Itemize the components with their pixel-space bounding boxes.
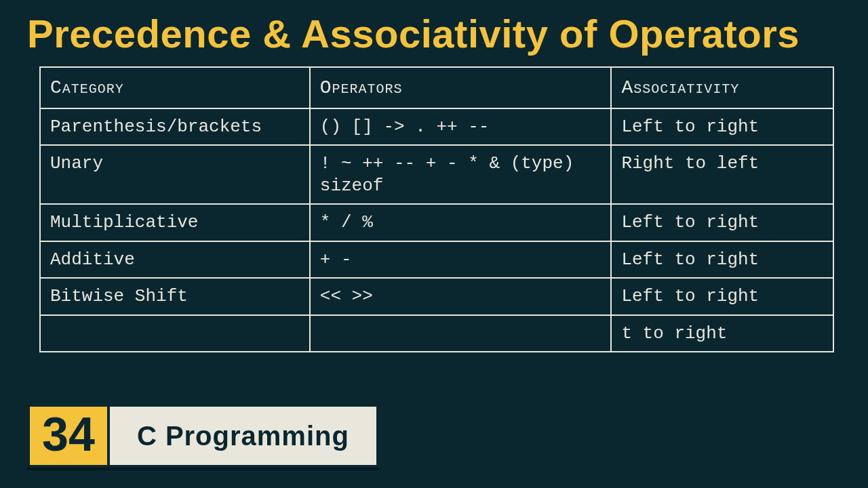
cell-operators <box>310 315 612 352</box>
cell-assoc: Left to right <box>611 204 833 241</box>
table-row: t to right <box>40 315 833 352</box>
lesson-label: C Programming <box>107 404 379 468</box>
cell-category <box>40 315 310 352</box>
cell-assoc: Left to right <box>611 278 833 315</box>
table-row: Bitwise Shift << >> Left to right <box>40 278 833 315</box>
page-title: Precedence & Associativity of Operators <box>0 0 868 61</box>
cell-category: Additive <box>40 241 310 279</box>
col-header-associativity: Associativity <box>611 67 833 108</box>
cell-assoc: Left to right <box>611 241 833 279</box>
lesson-number: 34 <box>27 404 107 468</box>
table-row: Unary ! ~ ++ -- + - * & (type) sizeof Ri… <box>40 145 833 204</box>
cell-operators: + - <box>310 241 612 279</box>
precedence-table: Category Operators Associativity Parenth… <box>39 66 834 353</box>
cell-operators: ! ~ ++ -- + - * & (type) sizeof <box>310 145 612 204</box>
lesson-badge: 34 C Programming <box>27 404 379 468</box>
cell-operators: () [] -> . ++ -- <box>310 108 612 146</box>
cell-operators: << >> <box>310 278 612 315</box>
col-header-operators: Operators <box>310 67 612 108</box>
cell-category: Multiplicative <box>40 204 310 241</box>
cell-category: Unary <box>40 145 310 204</box>
col-header-category: Category <box>40 67 310 108</box>
table-header-row: Category Operators Associativity <box>40 67 833 108</box>
table-row: Multiplicative * / % Left to right <box>40 204 833 241</box>
cell-operators: * / % <box>310 204 612 241</box>
cell-assoc: Right to left <box>611 145 833 204</box>
cell-category: Bitwise Shift <box>40 278 310 315</box>
precedence-table-wrap: Category Operators Associativity Parenth… <box>39 66 834 353</box>
cell-category: Parenthesis/brackets <box>40 108 310 146</box>
table-row: Parenthesis/brackets () [] -> . ++ -- Le… <box>40 108 833 146</box>
cell-assoc: t to right <box>611 315 833 352</box>
cell-assoc: Left to right <box>611 108 833 146</box>
table-row: Additive + - Left to right <box>40 241 833 279</box>
